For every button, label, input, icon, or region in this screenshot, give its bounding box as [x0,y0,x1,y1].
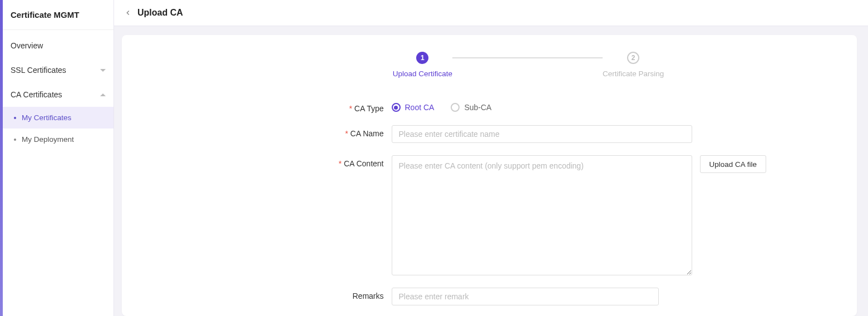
content-wrapper: 1 Upload Certificate 2 Certificate Parsi… [114,26,868,316]
upload-ca-file-button[interactable]: Upload CA file [700,155,767,173]
sidebar-nav: Overview SSL Certificates CA Certificate… [3,30,114,150]
step-1-label: Upload Certificate [393,70,452,78]
sidebar-title: Certificate MGMT [3,0,114,30]
label-ca-type: *CA Type [200,100,384,113]
radio-label: Root CA [405,103,435,112]
step-2-label: Certificate Parsing [603,70,664,78]
step-2-circle: 2 [627,52,639,64]
sidebar-subitem-my-deployment[interactable]: My Deployment [3,129,114,150]
sidebar: Certificate MGMT Overview SSL Certificat… [3,0,114,316]
row-ca-type: *CA Type Root CA Sub-CA [200,100,779,113]
step-1-circle: 1 [416,52,428,64]
step-1: 1 Upload Certificate [393,52,452,78]
stepper: 1 Upload Certificate 2 Certificate Parsi… [222,52,835,78]
remarks-input[interactable] [392,288,659,305]
label-ca-content: *CA Content [200,155,384,168]
radio-label: Sub-CA [464,103,491,112]
row-ca-name: *CA Name [200,125,779,143]
upload-form: *CA Type Root CA Sub-CA [200,100,779,305]
required-asterisk: * [345,129,348,138]
back-icon[interactable] [124,9,132,17]
ca-name-input[interactable] [392,125,692,143]
sidebar-item-label: SSL Certificates [11,66,66,75]
radio-icon [392,103,401,112]
sidebar-item-overview[interactable]: Overview [3,33,114,58]
radio-icon [451,103,460,112]
required-asterisk: * [349,104,352,113]
left-accent-bar [0,0,3,316]
main-area: Upload CA 1 Upload Certificate 2 Certifi… [114,0,868,316]
sidebar-item-label: CA Certificates [11,90,62,99]
label-ca-name: *CA Name [200,125,384,138]
step-connector [452,57,603,58]
radio-group-ca-type: Root CA Sub-CA [392,100,492,112]
label-remarks: Remarks [200,288,384,300]
control-ca-name [392,125,779,143]
control-remarks [392,288,779,305]
sidebar-subitem-label: My Deployment [22,135,74,144]
chevron-up-icon [100,93,106,96]
radio-root-ca[interactable]: Root CA [392,103,435,112]
sidebar-subitem-label: My Certificates [22,113,71,122]
row-remarks: Remarks [200,288,779,305]
step-2: 2 Certificate Parsing [603,52,664,78]
sidebar-item-ssl-certificates[interactable]: SSL Certificates [3,58,114,82]
control-ca-content: Upload CA file [392,155,779,275]
page-title: Upload CA [137,8,183,18]
page-header: Upload CA [114,0,868,26]
form-card: 1 Upload Certificate 2 Certificate Parsi… [122,35,857,316]
row-ca-content: *CA Content Upload CA file [200,155,779,275]
ca-content-textarea[interactable] [392,155,692,275]
control-ca-type: Root CA Sub-CA [392,100,779,112]
chevron-down-icon [100,69,106,72]
sidebar-item-ca-certificates[interactable]: CA Certificates [3,82,114,107]
sidebar-subitem-my-certificates[interactable]: My Certificates [3,107,114,129]
required-asterisk: * [338,159,341,168]
sidebar-item-label: Overview [11,41,43,50]
radio-sub-ca[interactable]: Sub-CA [451,103,491,112]
